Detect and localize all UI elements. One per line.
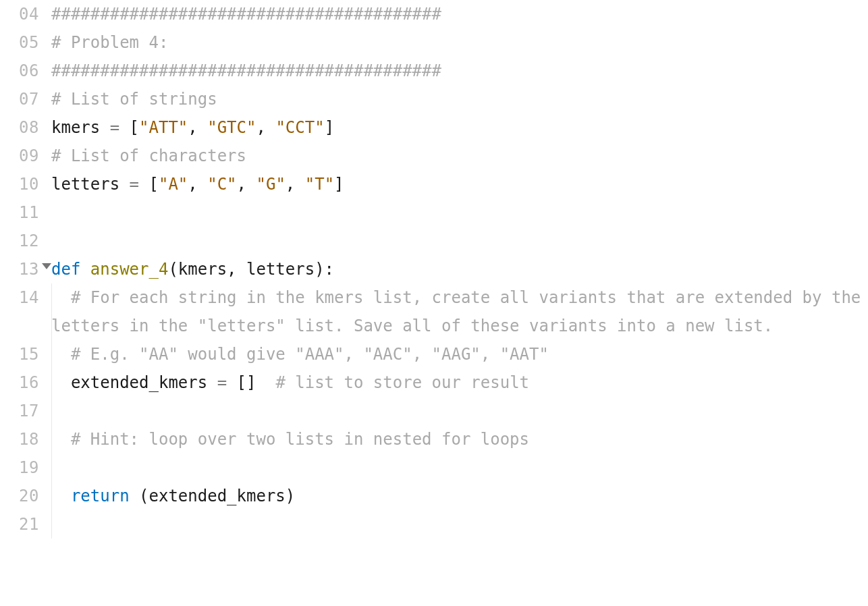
code-content[interactable] [42, 510, 868, 539]
line-number: 11 [0, 198, 42, 227]
code-token: ( [139, 487, 148, 505]
code-token: ): [315, 260, 334, 279]
code-token: return [71, 487, 130, 505]
code-content[interactable]: ######################################## [42, 57, 868, 85]
line-number: 10 [0, 170, 42, 198]
code-line[interactable]: 16 extended_kmers = [] # list to store o… [0, 368, 868, 397]
code-editor[interactable]: 04######################################… [0, 0, 868, 539]
code-token: ######################################## [51, 5, 441, 24]
code-token: [ [130, 118, 139, 137]
code-content[interactable]: return (extended_kmers) [42, 482, 868, 510]
code-content[interactable]: # E.g. "AA" would give "AAA", "AAC", "AA… [42, 340, 868, 368]
code-token: # List of strings [51, 90, 217, 109]
code-token: , [227, 260, 246, 279]
code-line[interactable]: 13def answer_4(kmers, letters): [0, 255, 868, 283]
code-token: ) [286, 487, 295, 505]
code-token: def [51, 260, 90, 279]
line-number: 21 [0, 510, 42, 539]
code-token: "T" [305, 175, 334, 194]
code-token: "CCT" [275, 118, 324, 137]
code-token: # For each string in the kmers list, cre… [51, 288, 868, 335]
code-line[interactable]: 10letters = ["A", "C", "G", "T"] [0, 170, 868, 198]
code-content[interactable]: # Hint: loop over two lists in nested fo… [42, 425, 868, 453]
code-line[interactable]: 12 [0, 227, 868, 255]
code-token: letters [51, 175, 130, 194]
code-content[interactable]: def answer_4(kmers, letters): [42, 255, 868, 283]
code-line[interactable]: 18 # Hint: loop over two lists in nested… [0, 425, 868, 453]
code-content[interactable]: ######################################## [42, 0, 868, 28]
code-token: kmers [51, 118, 110, 137]
line-number: 15 [0, 340, 42, 368]
code-token: ] [325, 118, 334, 137]
code-token: # E.g. "AA" would give "AAA", "AAC", "AA… [71, 345, 549, 364]
line-number: 13 [0, 255, 42, 283]
code-content[interactable] [42, 453, 868, 482]
line-number: 04 [0, 0, 42, 28]
line-number: 05 [0, 28, 42, 57]
code-content[interactable] [42, 397, 868, 425]
line-number: 19 [0, 453, 42, 482]
code-line[interactable]: 15 # E.g. "AA" would give "AAA", "AAC", … [0, 340, 868, 368]
code-content[interactable]: letters = ["A", "C", "G", "T"] [42, 170, 868, 198]
code-line[interactable]: 04######################################… [0, 0, 868, 28]
line-number: 18 [0, 425, 42, 453]
line-number: 20 [0, 482, 42, 510]
line-number: 14 [0, 283, 42, 312]
code-token: # Problem 4: [51, 33, 168, 52]
code-token: "GTC" [207, 118, 256, 137]
code-token: "A" [159, 175, 188, 194]
code-token: # List of characters [51, 146, 246, 165]
code-line[interactable]: 06######################################… [0, 57, 868, 85]
code-token [130, 487, 139, 505]
code-token: , [256, 118, 275, 137]
code-token: = [130, 175, 139, 194]
code-token [256, 373, 275, 392]
code-token: , [237, 175, 256, 194]
code-line[interactable]: 11 [0, 198, 868, 227]
code-token: = [217, 373, 227, 392]
code-line[interactable]: 21 [0, 510, 868, 539]
code-token: , [286, 175, 305, 194]
code-token: # Hint: loop over two lists in nested fo… [71, 430, 529, 449]
line-number: 12 [0, 227, 42, 255]
code-content[interactable]: extended_kmers = [] # list to store our … [42, 368, 868, 397]
code-token: = [110, 118, 119, 137]
code-token: "C" [207, 175, 236, 194]
code-line[interactable]: 20 return (extended_kmers) [0, 482, 868, 510]
code-token: [] [237, 373, 256, 392]
code-token: "G" [256, 175, 285, 194]
line-number: 06 [0, 57, 42, 85]
code-line[interactable]: 07# List of strings [0, 85, 868, 113]
code-token: , [188, 175, 207, 194]
line-number: 08 [0, 113, 42, 142]
code-token: "ATT" [139, 118, 188, 137]
code-token [227, 373, 236, 392]
line-number: 09 [0, 142, 42, 170]
code-token [139, 175, 148, 194]
code-token: ] [334, 175, 344, 194]
code-token: [ [149, 175, 159, 194]
line-number: 07 [0, 85, 42, 113]
code-content[interactable]: kmers = ["ATT", "GTC", "CCT"] [42, 113, 868, 142]
code-line[interactable]: 05# Problem 4: [0, 28, 868, 57]
code-content[interactable]: # Problem 4: [42, 28, 868, 57]
code-token: kmers [178, 260, 227, 279]
code-token: ( [168, 260, 178, 279]
code-token: letters [246, 260, 315, 279]
code-token [119, 118, 129, 137]
code-line[interactable]: 09# List of characters [0, 142, 868, 170]
code-line[interactable]: 17 [0, 397, 868, 425]
code-token: # list to store our result [275, 373, 529, 392]
code-content[interactable]: # For each string in the kmers list, cre… [42, 283, 868, 340]
line-number: 16 [0, 368, 42, 397]
code-token: answer_4 [90, 260, 169, 279]
code-content[interactable]: # List of characters [42, 142, 868, 170]
code-token: extended_kmers [71, 373, 217, 392]
code-token: , [188, 118, 207, 137]
code-content[interactable]: # List of strings [42, 85, 868, 113]
code-line[interactable]: 08kmers = ["ATT", "GTC", "CCT"] [0, 113, 868, 142]
code-line[interactable]: 19 [0, 453, 868, 482]
line-number: 17 [0, 397, 42, 425]
code-token: ######################################## [51, 61, 441, 80]
code-line[interactable]: 14 # For each string in the kmers list, … [0, 283, 868, 340]
